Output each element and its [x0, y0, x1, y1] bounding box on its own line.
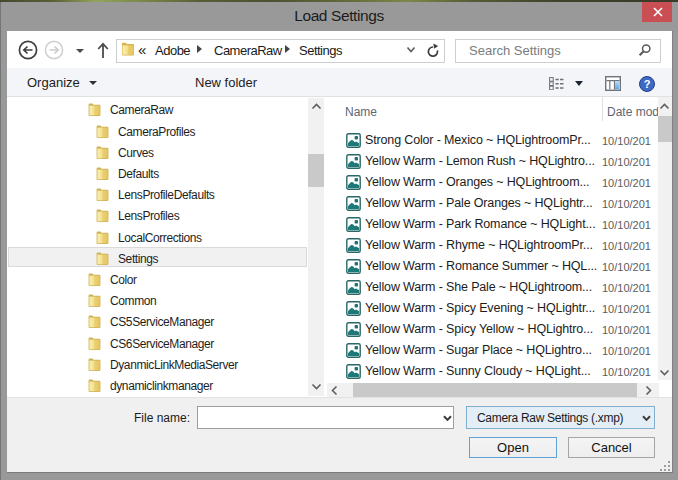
svg-text:?: ? — [644, 78, 651, 90]
